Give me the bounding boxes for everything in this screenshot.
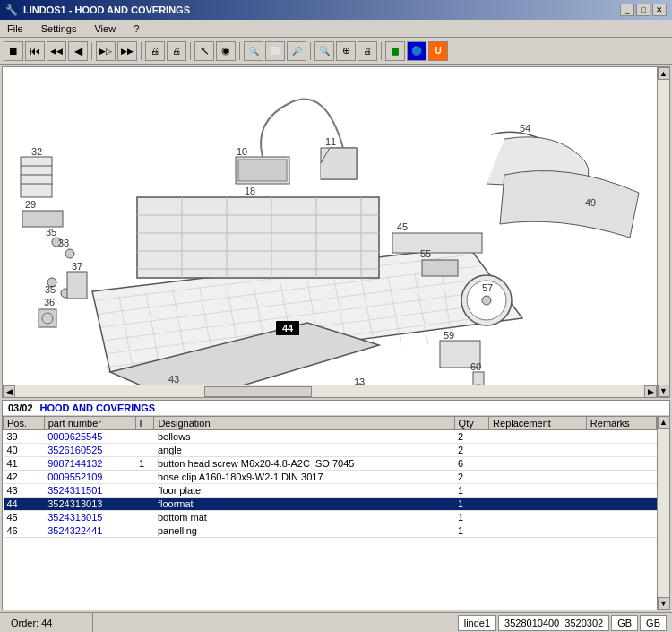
scroll-right-button[interactable]: ▶ [644,385,657,398]
vertical-scrollbar[interactable]: ▲ ▼ [657,67,669,397]
scroll-h-thumb[interactable] [204,386,312,397]
table-row[interactable]: 420009552109hose clip A160-180x9-W2-1 DI… [4,471,657,484]
svg-rect-29 [67,272,87,299]
find-next-button[interactable]: ⊕ [336,41,356,61]
sep4 [239,42,240,60]
svg-text:10: 10 [237,146,247,157]
prev-group-button[interactable]: ◀◀ [47,41,66,61]
menu-file[interactable]: File [4,22,27,35]
maximize-button[interactable]: □ [636,4,650,16]
zoom-in-button[interactable]: 🔍 [244,41,263,61]
zoom-rect-button[interactable]: ⬜ [265,41,285,61]
last-button[interactable]: ▶▶ [117,41,137,61]
table-row[interactable]: 433524311501floor plate1 [4,484,657,498]
cell-5 [489,524,587,538]
toolbar: ⏹ ⏮ ◀◀ ◀ ▶▷ ▶▶ 🖨 🖨 ↖ ◉ 🔍 ⬜ 🔎 🔍 ⊕ 🖨 ◼ 🔵 U [0,38,672,65]
cell-4: 2 [454,430,488,444]
col-partnum: part number [44,417,135,430]
cell-4: 1 [454,524,488,538]
home-button[interactable]: ⏹ [4,41,23,61]
main-area: 44 32 29 35 38 37 36 35 10 11 18 43 45 5… [0,65,672,612]
status-end: linde1 3528010400_3520302 GB GB [458,615,668,631]
parts-tbody: 390009625545bellows2403526160525angle241… [4,430,657,538]
table-row[interactable]: 453524313015bottom mat1 [4,511,657,524]
svg-text:49: 49 [585,197,596,208]
cell-4: 6 [454,457,488,471]
diagram-container[interactable]: 44 32 29 35 38 37 36 35 10 11 18 43 45 5… [2,66,670,398]
first-button[interactable]: ⏮ [25,41,45,61]
close-button[interactable]: ✕ [652,4,667,16]
scroll-up-button[interactable]: ▲ [658,67,670,80]
cell-6 [586,524,656,538]
horizontal-scrollbar[interactable]: ◀ ▶ [3,385,657,397]
find-button[interactable]: 🔍 [314,41,334,61]
cell-4: 1 [454,484,488,498]
section-title: HOOD AND COVERINGS [40,403,156,413]
parts-table-scroll[interactable]: Pos. part number I Designation Qty Repla… [3,416,657,610]
scroll-down-button[interactable]: ▼ [658,385,670,397]
svg-rect-45 [392,233,482,253]
cell-1: 3524313015 [44,511,135,524]
blue-tool[interactable]: 🔵 [407,41,426,61]
table-row[interactable]: 390009625545bellows2 [4,430,657,444]
sep3 [190,42,191,60]
table-scroll-track[interactable] [658,429,670,597]
print-options-button[interactable]: 🖨 [358,41,377,61]
cell-6 [586,511,656,524]
menu-bar: File Settings View ? [0,20,672,38]
orange-tool[interactable]: U [428,41,448,61]
menu-help[interactable]: ? [130,22,142,35]
cell-1: 0009625545 [44,430,135,444]
menu-view[interactable]: View [90,22,119,35]
cell-1: 3524311501 [44,484,135,498]
svg-text:59: 59 [444,330,454,341]
cell-4: 1 [454,498,488,511]
circle-tool[interactable]: ◉ [216,41,236,61]
status-code2: GB [611,615,638,631]
table-row[interactable]: 443524313013floormat1 [4,498,657,511]
scroll-left-button[interactable]: ◀ [3,385,15,398]
table-scroll-up[interactable]: ▲ [658,416,670,429]
cell-6 [586,471,656,484]
zoom-out-button[interactable]: 🔎 [287,41,306,61]
cell-0: 46 [4,524,45,538]
scroll-track[interactable] [658,80,670,385]
table-row[interactable]: 4190871441321button head screw M6x20-4.8… [4,457,657,471]
table-row[interactable]: 403526160525angle2 [4,444,657,457]
svg-text:32: 32 [31,146,42,157]
cell-5 [489,484,587,498]
cell-5 [489,430,587,444]
cell-0: 43 [4,484,45,498]
svg-text:44: 44 [282,323,294,333]
table-vertical-scrollbar[interactable]: ▲ ▼ [657,416,669,610]
cell-3: panelling [154,524,454,538]
parts-diagram: 44 32 29 35 38 37 36 35 10 11 18 43 45 5… [3,67,648,385]
cell-2 [135,484,154,498]
table-row[interactable]: 463524322441panelling1 [4,524,657,538]
cell-0: 45 [4,511,45,524]
minimize-button[interactable]: _ [620,4,634,16]
status-order: Order: 44 [4,613,93,632]
scroll-h-track[interactable] [15,385,644,398]
cell-4: 1 [454,511,488,524]
menu-settings[interactable]: Settings [38,22,81,35]
svg-text:35: 35 [46,227,56,238]
print-small-button[interactable]: 🖨 [145,41,165,61]
print-big-button[interactable]: 🖨 [167,41,186,61]
cell-5 [489,511,587,524]
status-user: linde1 [458,615,496,631]
green-tool[interactable]: ◼ [385,41,405,61]
cursor-tool[interactable]: ↖ [194,41,214,61]
table-scroll-down[interactable]: ▼ [658,597,670,610]
svg-text:43: 43 [168,374,179,385]
cell-6 [586,457,656,471]
sep6 [381,42,382,60]
table-header: Pos. part number I Designation Qty Repla… [4,417,657,430]
cell-6 [586,444,656,457]
cell-1: 0009552109 [44,471,135,484]
prev-button[interactable]: ◀ [68,41,88,61]
cell-0: 40 [4,444,45,457]
svg-text:36: 36 [44,297,55,307]
cell-4: 2 [454,471,488,484]
next-button[interactable]: ▶▷ [96,41,116,61]
